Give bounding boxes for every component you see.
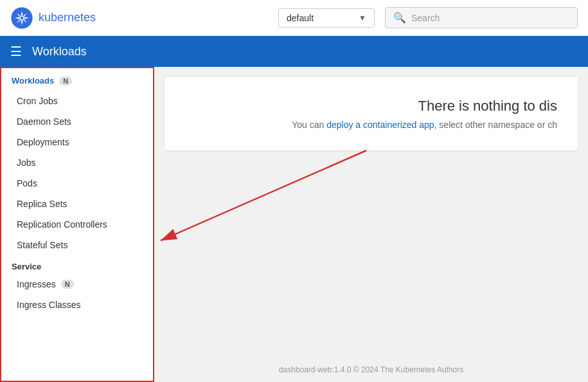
sidebar-section-workloads-title: Workloads xyxy=(12,76,54,86)
svg-point-2 xyxy=(21,16,24,19)
main-layout: Workloads N Cron Jobs Daemon Sets Deploy… xyxy=(0,67,588,382)
sidebar-item-pods[interactable]: Pods xyxy=(1,173,153,194)
top-header: kubernetes default ▼ 🔍 Search xyxy=(0,0,588,36)
sidebar-item-stateful-sets[interactable]: Stateful Sets xyxy=(1,235,153,255)
nothing-subtitle: You can deploy a containerized app, sele… xyxy=(185,120,557,130)
logo-text: kubernetes xyxy=(39,11,96,24)
sidebar: Workloads N Cron Jobs Daemon Sets Deploy… xyxy=(0,67,154,382)
hamburger-icon[interactable]: ☰ xyxy=(10,44,22,59)
sidebar-item-cron-jobs[interactable]: Cron Jobs xyxy=(1,91,153,111)
namespace-value: default xyxy=(287,13,353,23)
ingresses-badge: N xyxy=(61,280,74,289)
nav-title: Workloads xyxy=(32,45,87,59)
logo-area: kubernetes xyxy=(10,6,96,30)
sidebar-item-deployments[interactable]: Deployments xyxy=(1,132,153,152)
search-placeholder: Search xyxy=(411,13,440,23)
search-bar[interactable]: 🔍 Search xyxy=(385,7,578,28)
ingresses-label: Ingresses xyxy=(17,279,56,289)
search-icon: 🔍 xyxy=(393,12,406,24)
deploy-link[interactable]: deploy a containerized app xyxy=(326,120,434,130)
chevron-down-icon: ▼ xyxy=(359,14,366,23)
workloads-badge: N xyxy=(59,77,72,86)
sidebar-item-ingress-classes[interactable]: Ingress Classes xyxy=(1,295,153,315)
nav-bar: ☰ Workloads xyxy=(0,36,588,67)
sidebar-item-jobs[interactable]: Jobs xyxy=(1,152,153,173)
sidebar-section-workloads-header: Workloads N xyxy=(1,68,153,91)
nothing-subtitle-suffix: , select other namespace or ch xyxy=(434,120,557,130)
nothing-title: There is nothing to dis xyxy=(185,98,557,114)
namespace-selector[interactable]: default ▼ xyxy=(278,8,375,28)
sidebar-item-daemon-sets[interactable]: Daemon Sets xyxy=(1,111,153,132)
nothing-subtitle-prefix: You can xyxy=(292,120,326,130)
sidebar-item-replication-controllers[interactable]: Replication Controllers xyxy=(1,214,153,235)
kubernetes-logo xyxy=(10,6,33,30)
sidebar-item-ingresses[interactable]: Ingresses N xyxy=(1,274,153,295)
svg-line-4 xyxy=(161,150,366,241)
sidebar-item-replica-sets[interactable]: Replica Sets xyxy=(1,194,153,214)
sidebar-section-service-title: Service xyxy=(1,255,153,274)
content-card: There is nothing to dis You can deploy a… xyxy=(165,77,578,150)
content-area: There is nothing to dis You can deploy a… xyxy=(154,67,588,382)
footer-text: dashboard-web:1.4.0 © 2024 The Kubernete… xyxy=(279,365,463,374)
